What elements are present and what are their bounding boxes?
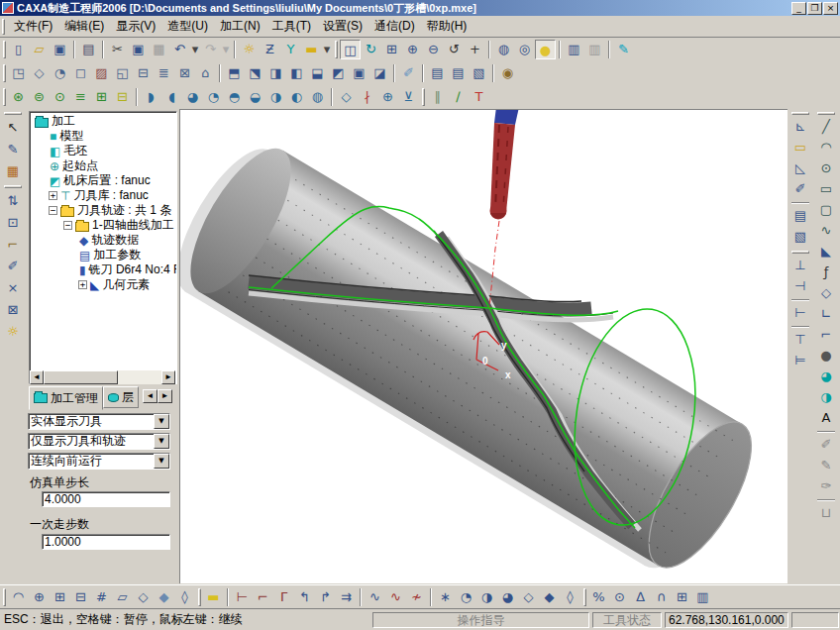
sketch-pen-button[interactable]: ✐ [398,63,419,83]
sort-axes-button[interactable]: ⇅ [2,190,24,212]
draw-blob-button[interactable]: ● [815,346,837,367]
geo-circle-button[interactable]: ⊕ [29,587,50,607]
sketch-line-button[interactable]: ∕ [448,87,469,107]
filter-button[interactable]: Y [280,40,301,59]
tree-item[interactable]: −1-四轴曲线加工 [31,218,176,233]
tree-expander[interactable]: + [78,280,87,289]
redo-button[interactable]: ↷ [200,40,221,59]
tab-layer[interactable]: 层 [103,386,139,408]
show-mode-combo[interactable]: 仅显示刀具和轨迹 ▼ [28,433,170,450]
cascade-front-button[interactable]: ▥ [564,40,584,59]
dim-pen-2-button[interactable]: ✎ [815,456,837,476]
draw-offset-button[interactable]: ⌐ [815,325,837,346]
tab-machining[interactable]: 加工管理 [29,386,103,410]
surf-1-button[interactable]: ⬒ [224,63,245,83]
trim-2-button[interactable]: ⌐ [253,587,273,607]
curve-gen-4-button[interactable]: ≡ [70,87,91,107]
geo-boxminus-button[interactable]: ⊟ [70,587,91,607]
mill-4-button[interactable]: ◔ [203,87,224,107]
copy-button[interactable]: ▣ [128,40,149,59]
feature-pocket-button[interactable]: ◱ [112,63,133,83]
tree-item[interactable]: ◧毛坯 [31,144,176,158]
door-button[interactable]: ⌐ [2,234,24,256]
mill-1-button[interactable]: ◗ [141,87,161,107]
count-input[interactable] [42,534,170,550]
spray-button[interactable]: ✐ [789,179,811,200]
circ2-button[interactable]: ⊙ [609,587,630,607]
dim-pen-3-button[interactable]: ✑ [815,476,837,497]
wire-mode-button[interactable]: Ƶ [260,40,280,59]
render-mode-button[interactable]: ☼ [239,40,260,59]
pan-view-button[interactable]: + [465,40,485,59]
plane-2-button[interactable]: ▤ [448,63,469,83]
combo-arrow-icon[interactable]: ▼ [154,434,169,449]
draw-arc-button[interactable]: ◠ [815,138,837,158]
tri-button[interactable]: ∆ [630,587,651,607]
xform-6-button[interactable]: ◆ [539,587,560,607]
dim-2-button[interactable]: ⊣ [789,276,811,297]
dim-1-button[interactable]: ⊥ [789,256,811,276]
undo-more-button[interactable]: ▾ [190,40,200,59]
new-button[interactable]: ▯ [8,40,29,59]
menu-2[interactable]: 显示(V) [110,16,161,37]
book-2-button[interactable]: ▧ [789,227,811,248]
geo-grid-button[interactable]: # [91,587,112,607]
menu-6[interactable]: 设置(S) [317,16,368,37]
box-move-button[interactable]: ⊡ [2,212,24,234]
refresh-view-button[interactable]: ↻ [361,40,381,59]
viewport-3d[interactable]: y 0 x [179,109,788,583]
surf-5-button[interactable]: ⬓ [307,63,328,83]
xform-4-button[interactable]: ◕ [497,587,518,607]
zoom-out-button[interactable]: ⊖ [423,40,444,59]
menu-0[interactable]: 文件(F) [8,16,58,37]
draw-slot-button[interactable]: ▢ [815,200,837,221]
draw-rect-button[interactable]: ▭ [815,179,837,200]
mirror-box-button[interactable]: ⊠ [2,299,24,321]
tabs-scroll-left[interactable]: ◄ [143,389,158,403]
close-button[interactable]: × [823,2,838,15]
mill-8-button[interactable]: ◐ [286,87,307,107]
draw-circle-button[interactable]: ⊙ [815,158,837,179]
geo-diamond2-button[interactable]: ◆ [154,587,174,607]
view-iso-button[interactable]: ◍ [493,40,514,59]
dim-3-button[interactable]: ⊢ [789,303,811,324]
select-cursor-button[interactable]: ↖ [2,117,24,139]
curve-gen-1-button[interactable]: ⊛ [8,87,29,107]
dim-pen-1-button[interactable]: ✐ [815,435,837,456]
surf-7-button[interactable]: ▣ [349,63,369,83]
feature-cut-button[interactable]: ▨ [91,63,112,83]
view-shaded-button[interactable]: ● [535,40,556,59]
split-view-button[interactable]: ◫ [340,40,361,59]
draw-spline-button[interactable]: ∿ [815,221,837,242]
plane-3-button[interactable]: ▧ [469,63,489,83]
tree-item[interactable]: −刀具轨迹 : 共 1 条 [31,203,176,218]
curve-gen-6-button[interactable]: ⊟ [112,87,133,107]
step-input[interactable] [42,491,170,507]
zoom-in-button[interactable]: ⊕ [402,40,423,59]
spline-3-button[interactable]: ≁ [406,587,427,607]
curve-gen-5-button[interactable]: ⊞ [91,87,112,107]
layers-more-button[interactable]: ▾ [322,40,332,59]
feature-rib-button[interactable]: ⊟ [133,63,154,83]
feature-loft-button[interactable]: ◻ [70,63,91,83]
part-props-button[interactable]: ◉ [497,63,518,83]
tree-item[interactable]: ■模型 [31,129,176,144]
tree-expander[interactable]: + [49,191,57,200]
geo-arc-button[interactable]: ◠ [8,587,29,607]
feature-extrude-button[interactable]: ◳ [8,63,29,83]
mill-9-button[interactable]: ◍ [307,87,328,107]
redo-more-button[interactable]: ▾ [221,40,231,59]
draw-angle-button[interactable]: ∟ [815,304,837,325]
tool-t-button[interactable]: T [469,87,489,107]
xform-2-button[interactable]: ◔ [456,587,476,607]
mill-3-button[interactable]: ◕ [182,87,203,107]
lamp-rotate-button[interactable]: ☼ [2,321,24,343]
menu-3[interactable]: 造型(U) [161,16,214,37]
tabs-scroll-right[interactable]: ► [158,389,172,403]
draw-formula-button[interactable]: ƒ [815,262,837,283]
hatch-button[interactable]: ∥ [427,87,448,107]
texture-button[interactable]: ▦ [2,160,24,182]
draw-swirl-1-button[interactable]: ◕ [815,367,837,387]
draw-line-button[interactable]: ╱ [815,117,837,138]
tree-item[interactable]: 加工 [31,114,176,129]
